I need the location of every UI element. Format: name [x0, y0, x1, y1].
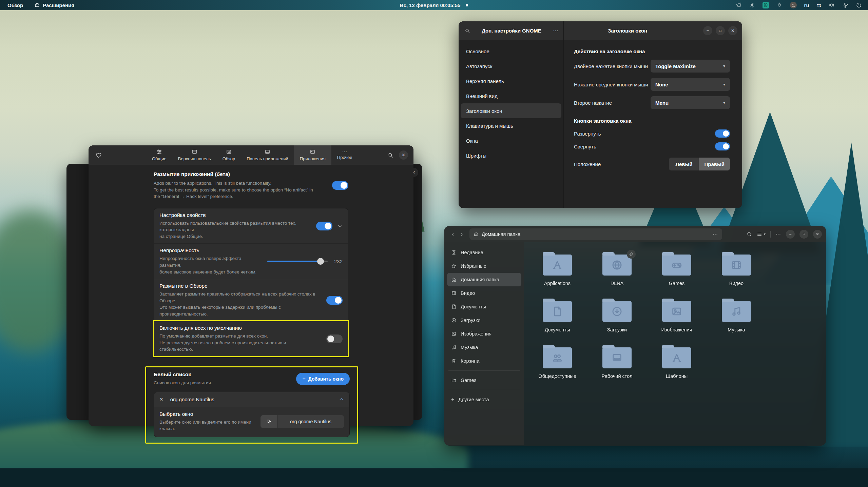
enable-all-toggle[interactable]	[326, 334, 343, 343]
minimize-button[interactable]: −	[786, 230, 795, 239]
whitelist-entry-header[interactable]: ✕ org.gnome.Nautilus	[154, 392, 349, 407]
close-button[interactable]: ✕	[399, 150, 408, 160]
folder-icon	[662, 347, 691, 368]
opacity-slider[interactable]	[267, 261, 328, 262]
middle-click-dropdown[interactable]: None ▾	[651, 78, 730, 91]
sidebar-item-games[interactable]: Games	[447, 373, 521, 387]
network-icon[interactable]: ⇆	[817, 2, 821, 8]
folder-downloads[interactable]: Загрузки	[598, 301, 636, 332]
folder-videos[interactable]: Видео	[717, 255, 755, 286]
folder-icon	[543, 255, 572, 276]
flame-tray-icon[interactable]	[776, 2, 783, 8]
menu-button[interactable]: ⋯	[553, 27, 559, 34]
power-icon[interactable]	[856, 2, 862, 8]
window-class-field[interactable]: org.gnome.Nautilus	[277, 415, 344, 428]
plus-icon: +	[451, 397, 454, 403]
minimize-icon: −	[789, 232, 791, 236]
sidebar-item-appearance[interactable]: Внешний вид	[461, 88, 561, 103]
customize-row: Настройка свойств Использовать пользоват…	[154, 208, 348, 244]
overview-blur-toggle[interactable]	[326, 296, 343, 305]
tab-general[interactable]: Общие	[146, 145, 172, 165]
maximize-button[interactable]: □	[799, 230, 808, 239]
sidebar-item-top-bar[interactable]: Верхняя панель	[461, 74, 561, 88]
tab-applications[interactable]: Приложения	[294, 145, 331, 165]
view-toggle-button[interactable]: ▾	[757, 231, 766, 237]
sidebar-item-downloads[interactable]: Загрузки	[447, 313, 521, 327]
menu-button[interactable]: ⋯	[775, 231, 781, 237]
sidebar-item-documents[interactable]: Документы	[447, 300, 521, 313]
maximize-button[interactable]: □	[716, 26, 725, 35]
placement-left-button[interactable]: Левый	[669, 158, 699, 170]
film-emblem-icon	[731, 259, 742, 271]
tab-top-panel[interactable]: Верхняя панель	[172, 145, 217, 165]
tab-dash[interactable]: Панель приложений	[241, 145, 294, 165]
sidebar-item-general[interactable]: Основное	[461, 44, 561, 59]
telegram-tray-icon[interactable]	[735, 2, 741, 8]
location-menu-icon[interactable]: ⋯	[713, 231, 718, 237]
activities-button[interactable]: Обзор	[7, 0, 23, 10]
microphone-icon[interactable]	[842, 2, 848, 8]
chevron-up-icon[interactable]	[339, 397, 344, 402]
secondary-click-dropdown[interactable]: Menu ▾	[651, 96, 730, 109]
folder-music[interactable]: Музыка	[717, 301, 755, 332]
heart-icon[interactable]	[95, 152, 102, 159]
dock-icon	[265, 149, 270, 155]
list-view-icon	[757, 231, 762, 237]
volume-icon[interactable]	[829, 2, 835, 8]
folder-games[interactable]: Games	[658, 255, 696, 286]
tab-other[interactable]: ⋯ Прочее	[331, 145, 358, 165]
folder-public[interactable]: Общедоступные	[538, 347, 576, 379]
sidebar-item-other-locations[interactable]: +Другие места	[447, 393, 521, 406]
keyboard-layout-indicator[interactable]: ru	[804, 2, 809, 8]
folder-applications[interactable]: Applications	[538, 255, 576, 286]
extensions-indicator[interactable]: Расширения	[35, 0, 74, 10]
sidebar-item-fonts[interactable]: Шрифты	[461, 148, 561, 163]
app-tray-icon[interactable]	[763, 2, 769, 8]
search-icon[interactable]	[388, 152, 393, 158]
maximize-toggle[interactable]	[715, 129, 730, 138]
close-button[interactable]: ✕	[813, 230, 822, 239]
tab-overview[interactable]: Обзор	[217, 145, 241, 165]
bluetooth-icon[interactable]	[749, 2, 755, 8]
sidebar-item-trash[interactable]: Корзина	[447, 354, 521, 368]
minimize-toggle[interactable]	[715, 142, 730, 150]
sidebar-item-windows[interactable]: Окна	[461, 133, 561, 148]
slider-knob[interactable]	[317, 258, 324, 265]
maximize-icon: □	[719, 29, 721, 33]
clock-button[interactable]: Вс, 12 февраля 00:05:55	[400, 2, 468, 8]
folder-dlna[interactable]: DLNA	[598, 255, 636, 286]
tab-label: Общие	[152, 156, 167, 161]
forward-button[interactable]: ›	[457, 230, 466, 238]
folder-documents[interactable]: Документы	[538, 301, 576, 332]
sidebar-item-videos[interactable]: Видео	[447, 286, 521, 300]
placement-right-button[interactable]: Правый	[699, 158, 730, 170]
divider	[448, 390, 520, 390]
double-click-dropdown[interactable]: Toggle Maximize ▾	[651, 60, 730, 73]
sidebar-item-home[interactable]: Домашняя папка	[447, 273, 521, 286]
sidebar-item-starred[interactable]: Избранные	[447, 259, 521, 273]
chevron-down-icon[interactable]	[337, 223, 343, 229]
sidebar-item-window-titlebars[interactable]: Заголовки окон	[461, 103, 561, 118]
sidebar-item-keyboard-mouse[interactable]: Клавиатура и мышь	[461, 118, 561, 133]
dropdown-value: Toggle Maximize	[655, 63, 696, 69]
folder-icon	[602, 255, 632, 276]
tab-label: Верхняя панель	[178, 156, 211, 161]
folder-pictures[interactable]: Изображения	[658, 301, 696, 332]
minimize-button[interactable]: −	[703, 26, 712, 35]
folder-desktop[interactable]: Рабочий стол	[598, 347, 636, 379]
search-icon[interactable]	[465, 28, 470, 34]
remove-icon[interactable]: ✕	[159, 397, 163, 402]
folder-templates[interactable]: Шаблоны	[658, 347, 696, 379]
customize-toggle[interactable]	[316, 222, 332, 230]
placement-row: Положение Левый Правый	[574, 155, 730, 173]
pick-window-button[interactable]	[261, 415, 277, 428]
app-blur-toggle[interactable]	[332, 181, 348, 190]
sidebar-item-recent[interactable]: Недавние	[447, 246, 521, 259]
sidebar-item-startup[interactable]: Автозапуск	[461, 59, 561, 74]
search-icon[interactable]	[747, 231, 752, 237]
sidebar-item-music[interactable]: Музыка	[447, 341, 521, 354]
page-title: Заголовки окон	[564, 28, 691, 34]
path-bar[interactable]: Домашняя папка ⋯	[469, 228, 722, 240]
user-tray-icon[interactable]	[790, 2, 797, 8]
sidebar-item-pictures[interactable]: Изображения	[447, 327, 521, 341]
